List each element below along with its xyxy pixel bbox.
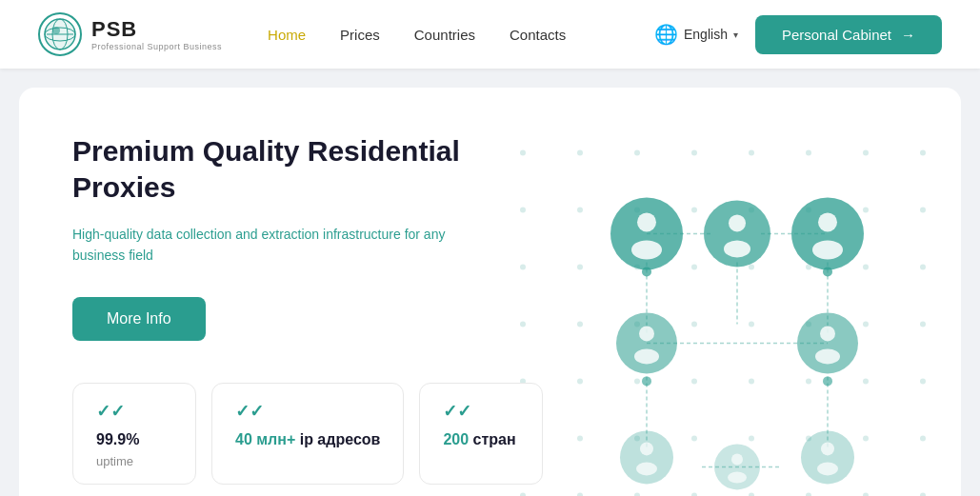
svg-point-11 xyxy=(863,149,869,155)
svg-point-77 xyxy=(823,267,832,276)
svg-point-43 xyxy=(863,378,869,384)
node-bot-left xyxy=(620,430,673,484)
node-mid-right xyxy=(797,312,858,373)
stat-countries: ✓✓ 200 стран xyxy=(419,383,543,485)
svg-point-59 xyxy=(863,492,869,496)
logo[interactable]: PSB Professional Support Business xyxy=(38,12,222,56)
navbar: PSB Professional Support Business Home P… xyxy=(0,0,980,69)
svg-point-10 xyxy=(806,149,811,155)
hero-title: Premium Quality Residential Proxies xyxy=(72,133,568,205)
personal-cabinet-button[interactable]: Personal Cabinet → xyxy=(755,15,942,54)
globe-icon: 🌐 xyxy=(654,23,678,46)
svg-point-7 xyxy=(634,149,640,155)
hero-section: Premium Quality Residential Proxies High… xyxy=(19,88,961,496)
stats-row: ✓✓ 99.9% uptime ✓✓ 40 млн+ ip адресов ✓✓… xyxy=(72,383,568,485)
svg-point-8 xyxy=(691,149,697,155)
svg-point-16 xyxy=(691,207,697,212)
dot-grid xyxy=(520,149,926,496)
svg-point-57 xyxy=(749,492,754,496)
svg-point-52 xyxy=(920,435,926,441)
svg-point-30 xyxy=(577,321,583,327)
hero-description: High-quality data collection and extract… xyxy=(72,224,453,267)
svg-point-28 xyxy=(920,264,926,269)
svg-point-74 xyxy=(818,212,837,231)
svg-point-56 xyxy=(691,492,697,496)
svg-point-88 xyxy=(821,442,834,455)
svg-point-71 xyxy=(631,240,662,259)
svg-point-32 xyxy=(691,321,697,327)
svg-point-58 xyxy=(806,492,811,496)
svg-point-24 xyxy=(691,264,697,269)
nav-contacts[interactable]: Contacts xyxy=(510,27,566,43)
svg-point-41 xyxy=(749,378,754,384)
nav-right: 🌐 English ▾ Personal Cabinet → xyxy=(654,15,942,54)
svg-point-44 xyxy=(920,378,926,384)
svg-point-76 xyxy=(642,267,651,276)
chevron-down-icon: ▾ xyxy=(733,30,738,40)
svg-point-14 xyxy=(577,207,583,212)
svg-point-82 xyxy=(642,376,651,386)
svg-point-36 xyxy=(920,321,926,327)
nav-home[interactable]: Home xyxy=(268,27,306,43)
check-icon: ✓✓ xyxy=(96,401,125,422)
svg-point-83 xyxy=(823,376,832,386)
logo-subtitle: Professional Support Business xyxy=(91,42,222,51)
check-icon-3: ✓✓ xyxy=(443,401,471,422)
svg-point-60 xyxy=(920,492,926,496)
svg-point-39 xyxy=(634,378,640,384)
svg-point-89 xyxy=(817,462,838,475)
svg-point-78 xyxy=(639,326,654,341)
svg-point-70 xyxy=(637,212,656,231)
svg-point-48 xyxy=(691,435,697,441)
language-selector[interactable]: 🌐 English ▾ xyxy=(654,23,738,46)
stat-ip-value: 40 млн+ ip адресов xyxy=(235,431,380,448)
logo-text: PSB Professional Support Business xyxy=(91,17,222,51)
stat-uptime-value: 99.9% xyxy=(96,431,139,448)
svg-point-49 xyxy=(749,435,754,441)
node-bot-right xyxy=(801,430,854,484)
svg-point-53 xyxy=(520,492,526,496)
svg-point-85 xyxy=(636,462,657,475)
svg-point-22 xyxy=(577,264,583,269)
stat-uptime-label: uptime xyxy=(96,454,133,468)
node-mid-left xyxy=(616,312,677,373)
more-info-button[interactable]: More Info xyxy=(72,297,206,341)
personal-cabinet-label: Personal Cabinet xyxy=(782,27,891,43)
svg-point-84 xyxy=(640,442,653,455)
svg-point-72 xyxy=(729,214,746,231)
stat-countries-value: 200 стран xyxy=(443,431,515,448)
svg-point-73 xyxy=(724,240,750,257)
svg-point-75 xyxy=(812,240,843,259)
svg-point-20 xyxy=(920,207,926,212)
svg-point-27 xyxy=(863,264,869,269)
svg-point-35 xyxy=(863,321,869,327)
svg-point-33 xyxy=(749,321,754,327)
svg-point-55 xyxy=(634,492,640,496)
stat-uptime: ✓✓ 99.9% uptime xyxy=(72,383,196,485)
nav-links: Home Prices Countries Contacts xyxy=(268,27,654,43)
personal-cabinet-arrow: → xyxy=(901,27,915,43)
check-icon-2: ✓✓ xyxy=(235,401,264,422)
svg-point-38 xyxy=(577,378,583,384)
svg-point-54 xyxy=(577,492,583,496)
svg-point-40 xyxy=(691,378,697,384)
svg-point-80 xyxy=(820,326,835,341)
svg-point-4 xyxy=(52,27,60,34)
svg-point-86 xyxy=(731,453,743,465)
svg-point-46 xyxy=(577,435,583,441)
hero-content: Premium Quality Residential Proxies High… xyxy=(72,133,568,485)
stat-ip: ✓✓ 40 млн+ ip адресов xyxy=(211,383,404,485)
logo-icon xyxy=(38,12,82,56)
logo-psb-label: PSB xyxy=(91,17,222,42)
svg-point-6 xyxy=(577,149,583,155)
nav-countries[interactable]: Countries xyxy=(414,27,475,43)
svg-point-19 xyxy=(863,207,869,212)
svg-point-42 xyxy=(806,378,811,384)
svg-point-81 xyxy=(815,348,840,364)
svg-point-12 xyxy=(920,149,926,155)
svg-point-79 xyxy=(634,348,659,364)
svg-point-25 xyxy=(749,264,754,269)
language-label: English xyxy=(684,27,728,42)
nav-prices[interactable]: Prices xyxy=(340,27,380,43)
svg-point-51 xyxy=(863,435,869,441)
